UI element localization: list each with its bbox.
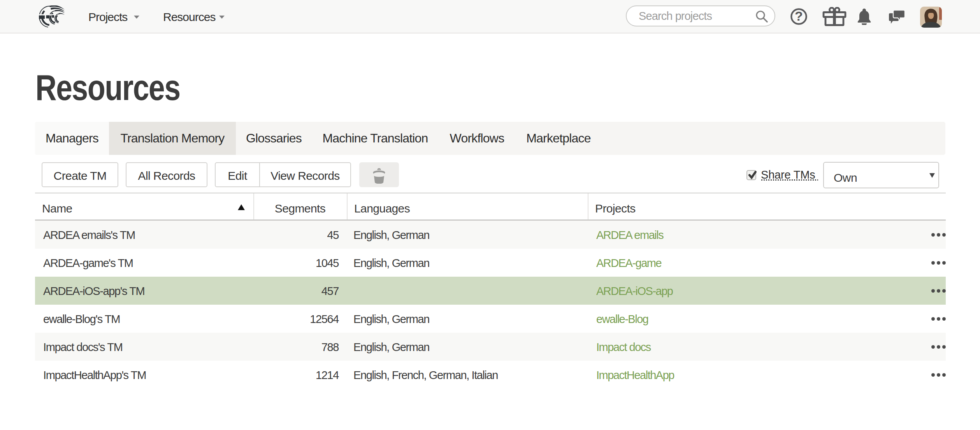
svg-text:?: ? (795, 9, 803, 23)
